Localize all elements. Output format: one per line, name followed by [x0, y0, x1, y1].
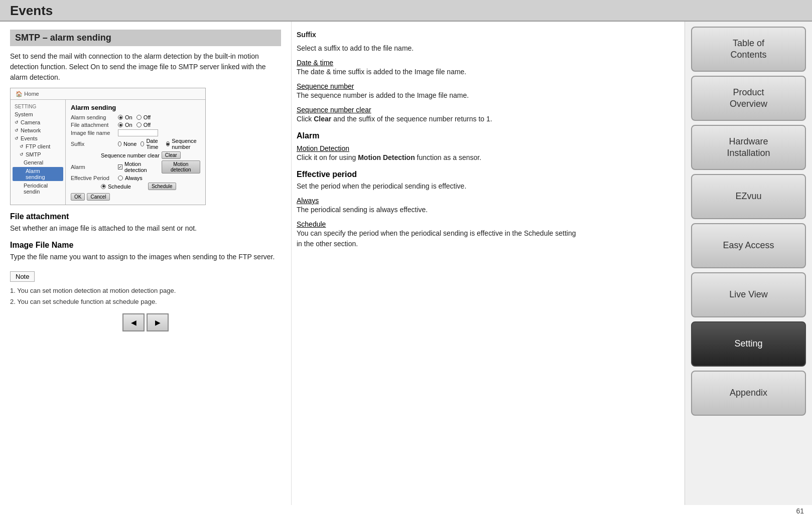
effective-period-heading: Effective period	[297, 170, 577, 179]
sequence-number-link[interactable]: Sequence number	[297, 82, 354, 90]
page-header: Events	[0, 0, 812, 22]
home-icon: 🏠	[16, 91, 23, 97]
suffix-datetime-radio[interactable]	[141, 141, 144, 146]
sidebar-btn-table-of-contents[interactable]: Table ofContents	[691, 27, 806, 72]
alarm-off-radio[interactable]	[137, 115, 142, 120]
effective-period-text: Set the period when the periodical sendi…	[297, 181, 577, 192]
nav-general: General	[11, 158, 65, 166]
alarm-ui-home: 🏠 Home	[11, 88, 205, 100]
alarm-row: Alarm ✓ Motion detection Motion detectio…	[71, 160, 200, 174]
nav-periodical-sending: Periodical sendin	[11, 182, 65, 196]
image-file-name-heading: Image File Name	[10, 241, 281, 250]
motion-checkbox[interactable]: ✓	[118, 164, 122, 169]
suffix-text: Select a suffix to add to the file name.	[297, 43, 577, 54]
alarm-heading: Alarm	[297, 131, 577, 140]
nav-network: ↺ Network	[11, 126, 65, 134]
sequence-number-clear-text: Click Clear and the suffix of the sequen…	[297, 114, 577, 124]
nav-arrows: ◀ ▶	[10, 313, 281, 331]
right-sidebar: Table ofContents ProductOverview Hardwar…	[685, 22, 812, 505]
alarm-sending-row: Alarm sending On Off	[71, 114, 200, 120]
motion-detection-button[interactable]: Motion detection	[162, 160, 200, 174]
file-on-radio[interactable]	[118, 122, 123, 127]
sequence-number-text: The sequence number is added to the Imag…	[297, 90, 577, 101]
note-line-2: 2. You can set schedule function at sche…	[10, 297, 281, 307]
sidebar-btn-setting[interactable]: Setting	[691, 321, 806, 367]
prev-arrow-button[interactable]: ◀	[122, 313, 145, 331]
ok-cancel-row: OK Cancel	[71, 193, 200, 201]
image-file-name-input[interactable]	[118, 129, 158, 136]
page-number: 61	[0, 505, 812, 517]
note-line-1: 1. You can set motion detection at motio…	[10, 286, 281, 296]
note-box: Note	[10, 271, 35, 282]
seq-num-clear-row: Sequence number clear Clear	[71, 151, 200, 159]
alarm-ui-mockup: 🏠 Home SETTING System ↺ Camera ↺ Network…	[10, 88, 206, 205]
sidebar-btn-live-view[interactable]: Live View	[691, 272, 806, 317]
alarm-ui-nav: SETTING System ↺ Camera ↺ Network ↺ Even…	[11, 100, 66, 205]
motion-detection-text: Click it on for using Motion Detection f…	[297, 152, 577, 163]
date-time-text: The date & time suffix is added to the I…	[297, 67, 577, 77]
form-title: Alarm sending	[71, 104, 200, 111]
nav-camera: ↺ Camera	[11, 118, 65, 126]
motion-detection-link[interactable]: Motion Detection	[297, 144, 349, 152]
schedule-text: You can specify the period when the peri…	[297, 228, 577, 249]
nav-smtp: ↺ SMTP	[11, 150, 65, 158]
sidebar-btn-easy-access[interactable]: Easy Access	[691, 223, 806, 268]
suffix-heading: Suffix	[297, 31, 316, 39]
always-link[interactable]: Always	[297, 197, 319, 205]
alarm-ui-form: Alarm sending Alarm sending On Off File …	[66, 100, 205, 205]
sidebar-btn-ezvuu[interactable]: EZvuu	[691, 174, 806, 219]
nav-system: System	[11, 110, 65, 118]
nav-alarm-sending[interactable]: Alarm sending	[13, 167, 63, 181]
sequence-number-clear-link[interactable]: Sequence number clear	[297, 106, 371, 114]
sidebar-btn-product-overview[interactable]: ProductOverview	[691, 76, 806, 121]
effective-period-row: Effective Period Always	[71, 175, 200, 181]
image-file-name-text: Type the file name you want to assign to…	[10, 252, 281, 262]
file-attachment-text: Set whether an image file is attached to…	[10, 223, 281, 234]
schedule-button[interactable]: Schedule	[148, 183, 176, 190]
schedule-row: Schedule Schedule	[71, 183, 200, 190]
cancel-button[interactable]: Cancel	[87, 193, 109, 201]
smtp-section-title: SMTP – alarm sending	[10, 30, 281, 46]
clear-button[interactable]: Clear	[162, 151, 181, 159]
left-column: SMTP – alarm sending Set to send the mai…	[0, 22, 291, 505]
always-text: The periodical sending is always effecti…	[297, 205, 577, 215]
page-title: Events	[10, 3, 802, 19]
file-attachment-row: File attachment On Off	[71, 122, 200, 128]
note-label: Note	[16, 273, 29, 280]
always-radio[interactable]	[118, 176, 123, 181]
schedule-link[interactable]: Schedule	[297, 220, 326, 228]
suffix-row: Suffix None Date Time Sequence number	[71, 138, 200, 150]
sidebar-btn-appendix[interactable]: Appendix	[691, 371, 806, 416]
smtp-intro: Set to send the mail with connection to …	[10, 51, 281, 83]
next-arrow-button[interactable]: ▶	[147, 313, 169, 331]
date-time-link[interactable]: Date & time	[297, 59, 333, 67]
suffix-none-radio[interactable]	[118, 141, 121, 146]
file-off-radio[interactable]	[137, 122, 142, 127]
setting-label: SETTING	[11, 103, 65, 110]
alarm-on-radio[interactable]	[118, 115, 123, 120]
sidebar-btn-hardware-installation[interactable]: HardwareInstallation	[691, 125, 806, 170]
middle-column: Suffix Select a suffix to add to the fil…	[291, 22, 582, 505]
schedule-radio[interactable]	[101, 184, 106, 189]
file-attachment-heading: File attachment	[10, 212, 281, 221]
ok-button[interactable]: OK	[71, 193, 85, 201]
image-file-name-row: Image file name	[71, 129, 200, 136]
nav-ftp-client: ↺ FTP client	[11, 142, 65, 150]
suffix-seqnum-radio[interactable]	[166, 141, 170, 146]
nav-events: ↺ Events	[11, 134, 65, 142]
